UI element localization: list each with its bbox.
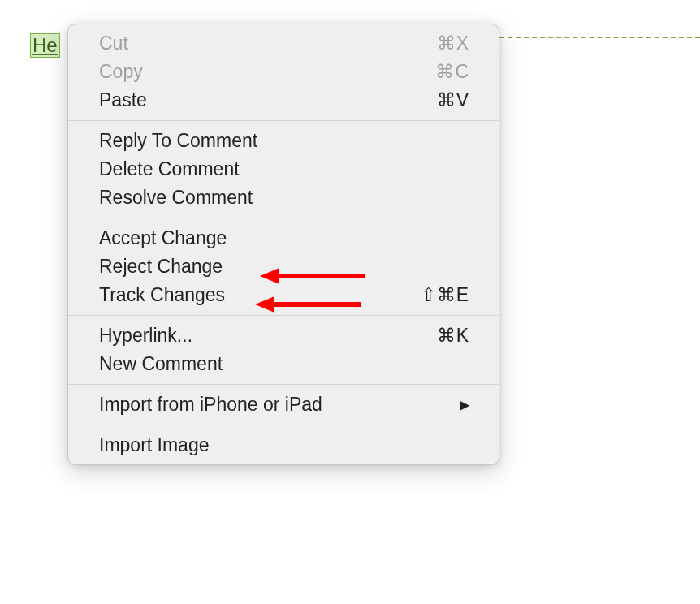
menu-label: Paste [99,89,147,111]
menu-label: Import from iPhone or iPad [99,394,322,416]
menu-label: Reject Change [99,256,223,278]
shortcut-label: ⇧⌘E [421,284,469,306]
menu-item-new-comment[interactable]: New Comment [68,350,499,378]
menu-item-resolve-comment[interactable]: Resolve Comment [68,183,499,212]
submenu-arrow-icon: ▶ [460,397,469,412]
menu-item-reply-comment[interactable]: Reply To Comment [68,127,499,155]
menu-label: Delete Comment [99,158,240,180]
shortcut-label: ⌘K [437,325,469,347]
menu-label: Accept Change [99,227,227,249]
shortcut-label: ⌘X [437,32,469,54]
shortcut-label: ⌘V [437,89,469,111]
menu-item-import-iphone-ipad[interactable]: Import from iPhone or iPad ▶ [68,390,499,419]
menu-separator [68,120,499,121]
menu-label: Cut [99,32,128,54]
menu-label: Hyperlink... [99,325,192,347]
shortcut-label: ⌘C [435,61,469,83]
menu-separator [68,384,499,385]
menu-separator [68,218,499,218]
menu-label: Reply To Comment [99,130,257,152]
menu-item-cut[interactable]: Cut ⌘X [68,29,499,58]
menu-item-delete-comment[interactable]: Delete Comment [68,155,499,183]
menu-item-accept-change[interactable]: Accept Change [68,224,499,252]
menu-item-reject-change[interactable]: Reject Change [68,252,499,281]
menu-item-track-changes[interactable]: Track Changes ⇧⌘E [68,281,499,309]
comment-connector-line [499,37,700,38]
menu-item-hyperlink[interactable]: Hyperlink... ⌘K [68,321,499,350]
tracked-change-text[interactable]: He [30,33,60,58]
menu-label: Track Changes [99,284,225,306]
menu-label: Resolve Comment [99,187,253,209]
menu-item-paste[interactable]: Paste ⌘V [68,86,499,114]
menu-separator [68,425,499,425]
context-menu: Cut ⌘X Copy ⌘C Paste ⌘V Reply To Comment… [67,24,499,465]
menu-label: Copy [99,61,143,83]
menu-label: Import Image [99,434,210,456]
menu-label: New Comment [99,353,223,375]
menu-separator [68,315,499,316]
menu-item-import-image[interactable]: Import Image [68,431,499,459]
menu-item-copy[interactable]: Copy ⌘C [68,58,499,86]
